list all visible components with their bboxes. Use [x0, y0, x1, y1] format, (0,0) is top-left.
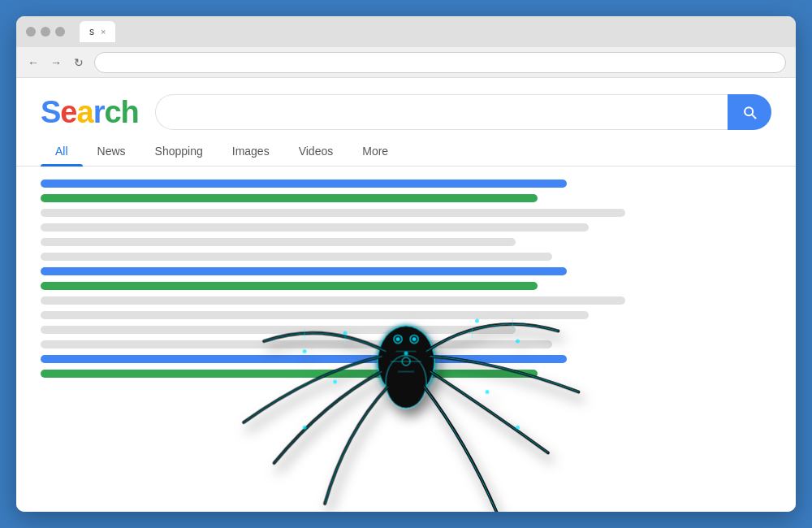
search-input[interactable]: [155, 94, 728, 130]
search-icon: [741, 104, 758, 120]
traffic-light-maximize[interactable]: [55, 27, 65, 37]
forward-button[interactable]: →: [49, 56, 63, 69]
nav-tabs: All News Shopping Images Videos More: [16, 136, 796, 167]
search-bar: [155, 94, 771, 130]
search-logo: Search: [41, 95, 139, 130]
tab-close-button[interactable]: ×: [101, 27, 106, 37]
traffic-light-minimize[interactable]: [41, 27, 50, 37]
tab-more[interactable]: More: [348, 136, 403, 166]
svg-point-21: [486, 390, 490, 394]
logo-e: e: [60, 95, 76, 129]
result-line: [41, 194, 538, 202]
result-line: [41, 253, 552, 261]
svg-point-22: [516, 426, 520, 430]
result-line: [41, 282, 538, 290]
result-lines: [41, 180, 771, 384]
result-line: [41, 238, 516, 246]
title-bar: s ×: [16, 16, 796, 47]
tab-bar: s ×: [80, 21, 115, 42]
svg-point-20: [303, 426, 307, 430]
search-header: Search: [16, 78, 796, 130]
logo-r: r: [93, 95, 105, 129]
result-line: [41, 311, 589, 319]
search-button[interactable]: [728, 94, 771, 130]
result-line: [41, 223, 589, 232]
address-bar-row: ← → ↻: [16, 47, 796, 78]
back-button[interactable]: ←: [26, 56, 41, 69]
refresh-button[interactable]: ↻: [71, 56, 86, 69]
tab-all[interactable]: All: [41, 136, 83, 166]
traffic-lights: [26, 27, 65, 37]
result-line: [41, 267, 567, 275]
result-line: [41, 326, 516, 334]
result-line: [41, 370, 538, 378]
result-line: [41, 180, 567, 188]
page-content: Search All News Shopping Images Videos M…: [16, 78, 796, 512]
browser-tab[interactable]: s ×: [80, 21, 115, 42]
tab-label: s: [89, 26, 94, 37]
logo-s: S: [41, 95, 60, 129]
result-line: [41, 296, 625, 305]
result-line: [41, 355, 567, 363]
browser-window: s × ← → ↻ Search: [16, 16, 796, 512]
tab-shopping[interactable]: Shopping: [140, 136, 218, 166]
logo-ch: ch: [104, 95, 138, 129]
logo-a: a: [77, 95, 93, 129]
tab-images[interactable]: Images: [218, 136, 284, 166]
results-area: [16, 167, 796, 512]
tab-videos[interactable]: Videos: [284, 136, 348, 166]
result-line: [41, 209, 625, 217]
tab-news[interactable]: News: [83, 136, 140, 166]
traffic-light-close[interactable]: [26, 27, 36, 37]
result-line: [41, 340, 552, 348]
address-input[interactable]: [94, 52, 786, 73]
